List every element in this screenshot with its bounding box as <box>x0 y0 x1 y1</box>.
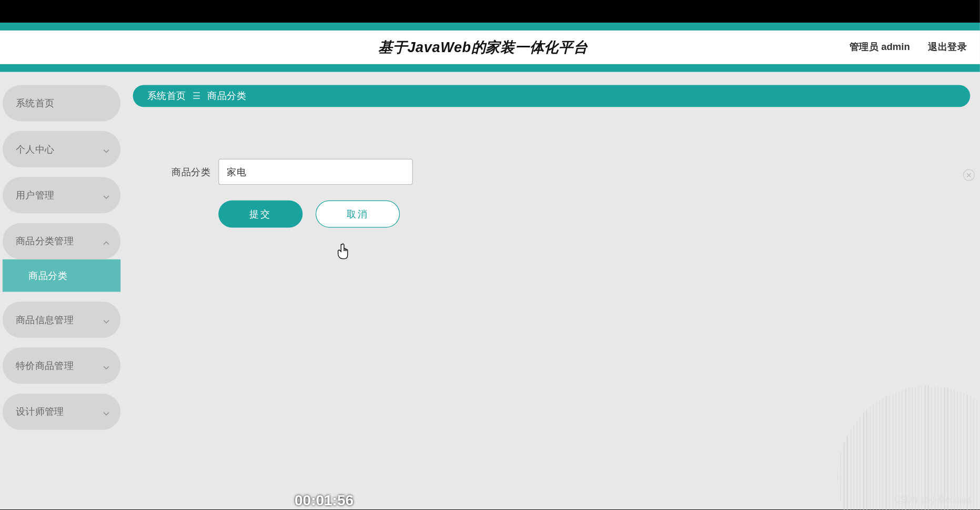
sidebar-item-label: 设计师管理 <box>16 406 64 418</box>
chevron-up-icon <box>103 238 109 244</box>
chevron-down-icon <box>103 316 109 323</box>
sidebar-subitem-label: 商品分类 <box>28 269 67 282</box>
main-content: 系统首页 ☰ 商品分类 ✕ 商品分类 提交 取消 <box>123 72 980 509</box>
breadcrumb-separator-icon: ☰ <box>193 91 201 101</box>
cancel-button[interactable]: 取消 <box>316 201 400 228</box>
sidebar-subitem-product-category[interactable]: 商品分类 <box>3 259 120 292</box>
watermark: CSDN @小蔡coding <box>894 495 971 506</box>
decorative-circle <box>837 386 980 510</box>
sidebar-item-designer-mgmt[interactable]: 设计师管理 <box>3 394 120 430</box>
header: 基于JavaWeb的家装一体化平台 管理员 admin 退出登录 <box>0 31 980 64</box>
sidebar-item-special-product-mgmt[interactable]: 特价商品管理 <box>3 347 120 384</box>
close-icon: ✕ <box>966 171 972 179</box>
sidebar-item-label: 系统首页 <box>16 97 55 109</box>
sidebar-item-product-category-mgmt[interactable]: 商品分类管理 <box>3 223 120 259</box>
admin-label[interactable]: 管理员 admin <box>850 41 910 53</box>
breadcrumb-current: 商品分类 <box>207 90 246 102</box>
chevron-down-icon <box>103 408 109 415</box>
breadcrumb: 系统首页 ☰ 商品分类 <box>133 85 971 107</box>
sidebar: 系统首页 个人中心 用户管理 商品分类管理 <box>0 72 123 509</box>
sidebar-item-label: 个人中心 <box>16 143 55 155</box>
sidebar-item-label: 特价商品管理 <box>16 359 74 372</box>
breadcrumb-home[interactable]: 系统首页 <box>147 90 186 102</box>
header-accent-stripe <box>0 23 980 31</box>
app-title: 基于JavaWeb的家装一体化平台 <box>117 37 850 57</box>
sidebar-item-label: 用户管理 <box>16 189 55 201</box>
sidebar-item-label: 商品信息管理 <box>16 314 74 326</box>
close-panel-button[interactable]: ✕ <box>963 169 975 181</box>
sidebar-item-product-info-mgmt[interactable]: 商品信息管理 <box>3 302 120 338</box>
cursor-pointer-icon <box>336 243 350 260</box>
sidebar-item-label: 商品分类管理 <box>16 235 74 247</box>
chevron-down-icon <box>103 192 109 198</box>
chevron-down-icon <box>103 363 109 369</box>
submit-button[interactable]: 提交 <box>218 201 302 228</box>
sidebar-item-user-mgmt[interactable]: 用户管理 <box>3 177 120 213</box>
chevron-down-icon <box>103 146 109 152</box>
form: 商品分类 提交 取消 <box>165 159 970 228</box>
video-timestamp: 00:01:56 <box>295 492 353 509</box>
logout-link[interactable]: 退出登录 <box>928 41 967 53</box>
product-category-input[interactable] <box>218 159 413 185</box>
sidebar-item-home[interactable]: 系统首页 <box>3 85 120 121</box>
form-field-label: 商品分类 <box>165 166 210 178</box>
header-accent-stripe-bottom <box>0 64 980 72</box>
sidebar-item-profile[interactable]: 个人中心 <box>3 131 120 167</box>
window-top-bar <box>0 0 980 23</box>
